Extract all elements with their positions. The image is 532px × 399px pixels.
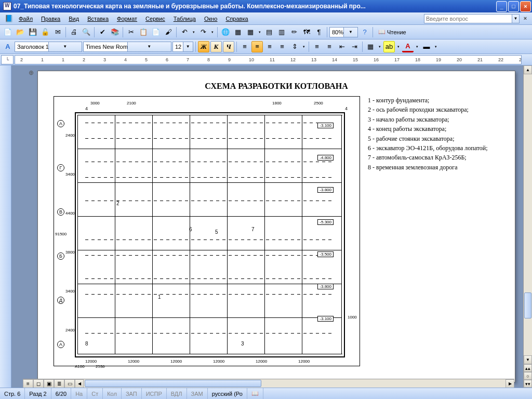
- paste-icon[interactable]: 📄: [150, 26, 162, 38]
- vscroll-thumb[interactable]: [524, 292, 531, 318]
- menu-help[interactable]: Справка: [221, 15, 252, 23]
- align-left-icon[interactable]: ≡: [239, 41, 250, 52]
- hscroll-track[interactable]: [84, 379, 506, 388]
- redo-icon[interactable]: ↷: [197, 26, 209, 38]
- menu-insert[interactable]: Вставка: [83, 15, 113, 23]
- menu-format[interactable]: Формат: [113, 15, 141, 23]
- web-view-icon[interactable]: ◻: [33, 379, 44, 388]
- undo-icon[interactable]: ↶: [179, 26, 190, 38]
- open-icon[interactable]: 📂: [15, 26, 26, 38]
- outline-view-icon[interactable]: ≣: [54, 379, 64, 388]
- save-icon[interactable]: 💾: [27, 26, 38, 38]
- research-icon[interactable]: 📚: [109, 26, 121, 38]
- menu-edit[interactable]: Правка: [37, 15, 64, 23]
- page[interactable]: ⊕ СХЕМА РАЗРАБОТКИ КОТЛОВАНА 30002100180…: [37, 71, 515, 382]
- excel-icon[interactable]: ▤: [263, 26, 275, 38]
- toolbar-options-dropdown[interactable]: ▾: [433, 41, 438, 52]
- tables-borders-icon[interactable]: ▦: [232, 26, 244, 38]
- menu-file[interactable]: Файл: [15, 15, 37, 23]
- horizontal-ruler[interactable]: 211234567891011121314151617181920212223: [15, 55, 522, 64]
- ask-input[interactable]: [424, 14, 512, 23]
- vscroll-track[interactable]: [524, 74, 532, 355]
- font-color-icon[interactable]: A: [402, 41, 414, 52]
- close-doc-button[interactable]: ×: [522, 15, 529, 22]
- insert-table-icon[interactable]: ▦: [245, 26, 256, 38]
- borders-icon[interactable]: ▦: [365, 41, 376, 52]
- styles-pane-icon[interactable]: A: [2, 41, 14, 52]
- highlight-dropdown[interactable]: ▾: [396, 41, 401, 52]
- scroll-down-button[interactable]: ▼: [524, 355, 532, 364]
- show-marks-icon[interactable]: ¶: [313, 26, 325, 38]
- close-button[interactable]: ×: [520, 1, 531, 12]
- scroll-up-button[interactable]: ▲: [524, 65, 532, 74]
- drawing-icon[interactable]: ✏: [288, 26, 300, 38]
- hyperlink-icon[interactable]: 🌐: [220, 26, 231, 38]
- hscroll-thumb[interactable]: [85, 380, 261, 387]
- highlight-icon[interactable]: ab: [383, 41, 395, 52]
- numbered-list-icon[interactable]: ≡: [311, 41, 323, 52]
- print-icon[interactable]: 🖨: [68, 26, 79, 38]
- print-preview-icon[interactable]: 🔍: [81, 26, 92, 38]
- bold-button[interactable]: Ж: [198, 41, 209, 52]
- document-area[interactable]: ⊕ СХЕМА РАЗРАБОТКИ КОТЛОВАНА 30002100180…: [11, 65, 523, 388]
- underline-button[interactable]: Ч: [223, 41, 234, 52]
- format-painter-icon[interactable]: 🖌: [163, 26, 174, 38]
- reading-mode-button[interactable]: 📖 Чтение: [375, 26, 409, 38]
- spellcheck-icon[interactable]: ✔: [97, 26, 108, 38]
- italic-button[interactable]: К: [210, 41, 222, 52]
- bulleted-list-icon[interactable]: ≡: [324, 41, 335, 52]
- superscript-icon[interactable]: ▬: [421, 41, 432, 52]
- menu-view[interactable]: Вид: [64, 15, 83, 23]
- vertical-ruler[interactable]: [0, 65, 11, 388]
- zoom-combo[interactable]: 80%▼: [329, 27, 358, 37]
- vertical-scrollbar[interactable]: ▲ ▼ ▴▴ ○ ▾▾: [523, 65, 532, 388]
- new-doc-icon[interactable]: 📄: [2, 26, 14, 38]
- increase-indent-icon[interactable]: ⇥: [349, 41, 360, 52]
- print-view-icon[interactable]: ▣: [44, 379, 54, 388]
- prev-page-button[interactable]: ▴▴: [524, 364, 532, 372]
- reading-view-icon[interactable]: ▭: [64, 379, 75, 388]
- align-justify-icon[interactable]: ≡: [276, 41, 288, 52]
- scroll-left-button[interactable]: ◀: [75, 379, 84, 388]
- font-size-combo[interactable]: 12▼: [172, 42, 193, 52]
- font-color-dropdown[interactable]: ▾: [415, 41, 420, 52]
- mail-icon[interactable]: ✉: [52, 26, 63, 38]
- maximize-button[interactable]: □: [508, 1, 519, 12]
- help-icon[interactable]: ?: [359, 26, 370, 38]
- align-right-icon[interactable]: ≡: [264, 41, 275, 52]
- style-combo[interactable]: Заголовок 1 + Пере▼: [15, 42, 82, 52]
- status-rec[interactable]: ЗАП: [122, 388, 142, 399]
- status-ovr[interactable]: ЗАМ: [187, 388, 208, 399]
- undo-dropdown[interactable]: ▾: [191, 26, 196, 38]
- doc-map-icon[interactable]: 🗺: [301, 26, 312, 38]
- copy-icon[interactable]: 📋: [138, 26, 149, 38]
- status-ext[interactable]: ВДЛ: [167, 388, 187, 399]
- borders-dropdown[interactable]: ▾: [377, 41, 382, 52]
- status-language[interactable]: русский (Ро: [208, 388, 247, 399]
- normal-view-icon[interactable]: ≡: [23, 379, 33, 388]
- menu-table[interactable]: Таблица: [169, 15, 200, 23]
- app-icon[interactable]: 📘: [3, 13, 15, 24]
- next-page-button[interactable]: ▾▾: [524, 380, 532, 388]
- menu-window[interactable]: Окно: [200, 15, 222, 23]
- ask-question-box[interactable]: ▼ ×: [424, 14, 529, 23]
- line-spacing-icon[interactable]: ⇕: [289, 41, 300, 52]
- cut-icon[interactable]: ✂: [125, 26, 137, 38]
- permission-icon[interactable]: 🔓: [39, 26, 51, 38]
- scroll-right-button[interactable]: ▶: [506, 379, 514, 388]
- status-trk[interactable]: ИСПР: [142, 388, 167, 399]
- redo-dropdown[interactable]: ▾: [210, 26, 215, 38]
- minimize-button[interactable]: _: [496, 1, 507, 12]
- spacing-dropdown[interactable]: ▾: [301, 41, 307, 52]
- columns-icon[interactable]: ▥: [276, 26, 287, 38]
- browse-object-button[interactable]: ○: [524, 372, 532, 380]
- ask-dropdown-icon[interactable]: ▼: [512, 14, 520, 23]
- decrease-indent-icon[interactable]: ⇤: [336, 41, 348, 52]
- status-book-icon[interactable]: 📖: [247, 388, 263, 399]
- tab-selector[interactable]: └: [1, 55, 14, 64]
- table-dropdown[interactable]: ▾: [257, 26, 262, 38]
- menu-tools[interactable]: Сервис: [141, 15, 169, 23]
- align-center-icon[interactable]: ≡: [251, 41, 263, 52]
- horizontal-scrollbar[interactable]: ≡ ◻ ▣ ≣ ▭ ◀ ▶: [23, 379, 514, 388]
- font-combo[interactable]: Times New Roman▼: [83, 42, 171, 52]
